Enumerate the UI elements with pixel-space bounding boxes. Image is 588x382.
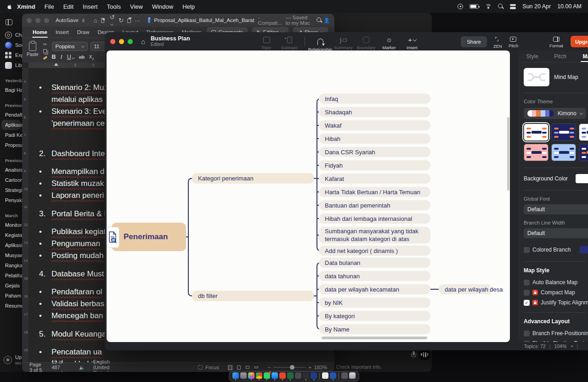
dock-app-icon[interactable] <box>264 372 270 379</box>
sidebar-history-item[interactable]: Cartoon <box>0 175 22 185</box>
more-commands-icon[interactable]: ··· <box>135 17 141 23</box>
underline-button[interactable]: U <box>67 54 74 60</box>
voice-mode-button[interactable] <box>419 349 430 360</box>
zen-mode-button[interactable]: ⌜⌟ZEN <box>493 34 502 49</box>
map-root-topic[interactable]: Penerimaan <box>112 223 186 251</box>
sidebar-history-item[interactable]: Resume <box>0 301 22 311</box>
sidebar-history-item[interactable]: Analisis <box>0 165 22 175</box>
italic-button[interactable]: I <box>61 54 62 61</box>
sidebar-history-item[interactable]: Paham A <box>0 291 22 301</box>
dock-app-icon[interactable] <box>271 372 278 379</box>
map-topic[interactable]: Wakaf <box>319 120 430 130</box>
language-indicator[interactable]: English (United States) <box>93 359 121 372</box>
colored-branch-checkbox[interactable]: ✓ <box>524 247 530 253</box>
sidebar-history-item[interactable]: Gejala <box>0 281 22 291</box>
zoom-out-button[interactable]: − <box>268 365 271 370</box>
attachment-icon[interactable] <box>107 227 119 248</box>
home-icon[interactable]: ⌂ <box>94 17 97 23</box>
save-icon[interactable] <box>101 18 104 23</box>
dock-item[interactable] <box>319 373 320 380</box>
sidebar-history-item[interactable]: Pelatihan <box>0 270 22 281</box>
canvas-zoom-level[interactable]: 104% <box>554 343 566 349</box>
menu-item[interactable]: File <box>40 3 59 10</box>
battery-icon[interactable] <box>469 4 479 9</box>
advanced-layout-option[interactable]: ✓ Flexible Floating Topic <box>524 338 586 342</box>
sidebar-history-item[interactable]: Penyakit <box>0 195 22 205</box>
close-button[interactable] <box>27 18 32 23</box>
copy-icon[interactable] <box>43 49 47 53</box>
dock-app-icon[interactable] <box>295 372 301 379</box>
redo-icon[interactable]: ↻ <box>119 17 124 23</box>
ribbon-tab[interactable]: Draw <box>73 27 94 38</box>
vertical-ruler[interactable]: 4567891011121314151617181920 <box>22 68 28 362</box>
dock-app-icon[interactable] <box>349 372 356 379</box>
menu-item[interactable]: Xmind <box>12 3 40 10</box>
sidebar-nav-item[interactable]: Lib <box>0 60 22 70</box>
panel-tab[interactable]: Style <box>518 51 546 62</box>
map-topic[interactable]: Hibah dari lembaga internasional <box>319 213 430 224</box>
panel-tab[interactable]: Pitch <box>546 51 574 62</box>
font-name-select[interactable]: Poppins <box>52 42 88 51</box>
map-style-option[interactable]: ✓ Auto Balance Map <box>524 277 586 287</box>
autosave-toggle[interactable] <box>82 18 85 22</box>
theme-thumbnail[interactable] <box>579 144 588 161</box>
map-topic[interactable]: Hibah <box>319 134 430 144</box>
share-profile-icon[interactable]: 👤 <box>323 18 330 23</box>
sidebar-toggle-icon[interactable] <box>6 19 12 25</box>
map-title[interactable]: Business Plan <box>151 35 190 42</box>
font-size-select[interactable]: 11 <box>90 42 106 51</box>
dock-app-icon[interactable] <box>248 372 254 379</box>
map-topic[interactable]: data per wilayah desa <box>439 284 492 294</box>
dock-item[interactable] <box>330 372 336 381</box>
control-center-icon[interactable] <box>510 4 516 10</box>
toolbar-button[interactable]: Subtopic <box>279 34 300 50</box>
sidebar-history-item[interactable]: Rangkai <box>0 260 22 270</box>
dock-app-icon[interactable] <box>303 372 309 379</box>
pitch-button[interactable]: Pitch <box>509 34 518 48</box>
dock-item[interactable] <box>322 372 328 381</box>
bold-button[interactable]: B <box>52 54 56 60</box>
ribbon-tab[interactable]: Home <box>28 27 51 38</box>
dock-item[interactable] <box>279 372 286 381</box>
map-topic[interactable]: by NIK <box>319 298 430 308</box>
zoom-button[interactable] <box>44 18 49 23</box>
dock-app-icon[interactable] <box>256 372 262 379</box>
toolbar-button[interactable]: Topic <box>256 34 277 50</box>
map-topic[interactable]: Fidyah <box>319 160 430 170</box>
dock-item[interactable] <box>341 372 348 381</box>
branch-color-swatch[interactable] <box>580 246 588 253</box>
map-topic[interactable]: Sumbangan masyarakat yang tidak termasuk… <box>319 227 430 243</box>
sidebar-history-item[interactable]: Kegiatan <box>0 230 22 240</box>
format-painter-icon[interactable] <box>43 56 47 60</box>
theme-thumbnail[interactable] <box>579 124 588 141</box>
horizontal-scrollbar[interactable] <box>322 337 427 339</box>
map-style-option[interactable]: ✓ Justify Topic Alignment <box>524 298 586 308</box>
colored-branch-row[interactable]: ✓ Colored Branch <box>524 245 586 255</box>
sidebar-history-item[interactable]: Aplikasi <box>0 240 22 250</box>
dock-item[interactable] <box>240 372 247 381</box>
map-topic[interactable]: Data bulanan <box>319 258 430 268</box>
map-topic[interactable]: Add net kategori ( dinamis ) <box>319 246 430 256</box>
structure-card[interactable]: Mind Map <box>524 68 586 86</box>
theme-thumbnail[interactable] <box>524 144 548 161</box>
paste-button[interactable]: Paste <box>27 41 39 60</box>
web-layout-view-button[interactable] <box>245 365 251 371</box>
menu-item[interactable]: Tools <box>102 3 125 10</box>
map-branch-topic[interactable]: Kategori penerimaan <box>192 173 314 184</box>
toolbar-button[interactable]: Marker <box>379 34 400 50</box>
menu-item[interactable]: Edit <box>59 3 78 10</box>
dock-item[interactable] <box>232 372 239 381</box>
theme-thumbnail[interactable] <box>551 124 576 141</box>
dock-item[interactable] <box>311 372 317 381</box>
zoom-button[interactable] <box>128 39 133 44</box>
sidebar-history-item[interactable]: Strategi <box>0 185 22 195</box>
dock-item[interactable] <box>264 372 270 381</box>
theme-thumbnail[interactable] <box>524 124 548 141</box>
home-icon[interactable]: ⌂ <box>141 38 145 45</box>
sidebar-history-item[interactable]: Musyawa <box>0 250 22 260</box>
map-style-option[interactable]: ✓ Compact Map <box>524 287 586 298</box>
dock-app-icon[interactable] <box>232 372 239 379</box>
dock-app-icon[interactable] <box>330 372 336 379</box>
toolbar-button[interactable]: Insert <box>401 34 423 50</box>
sidebar-history-item[interactable]: Bagi Has <box>0 85 22 95</box>
